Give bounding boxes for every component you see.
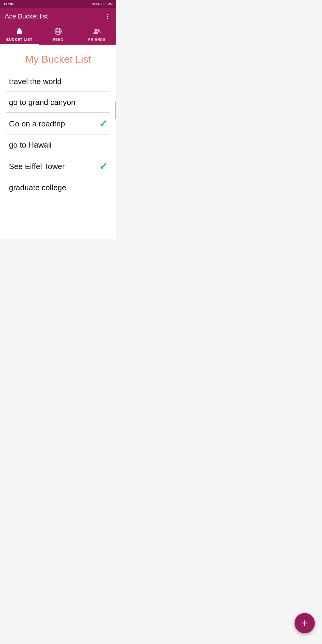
bucket-list-item[interactable]: go to Hawaii <box>6 134 110 155</box>
tab-feed[interactable]: FEED <box>39 24 78 44</box>
more-options-icon[interactable]: ⋮ <box>104 13 112 20</box>
bucket-item-text: graduate college <box>9 183 66 192</box>
tab-bucket-list-label: BUCKET LIST <box>6 38 32 42</box>
status-bar: 43 100 100% 2:11 PM <box>0 0 116 8</box>
completed-check-icon: ✓ <box>99 161 107 171</box>
scroll-indicator <box>115 101 116 119</box>
status-left: 43 100 <box>4 2 14 6</box>
tab-feed-label: FEED <box>53 38 63 42</box>
status-right: 100% 2:11 PM <box>91 2 113 6</box>
tab-friends-label: FRIENDS <box>88 38 106 42</box>
tab-bucket-list[interactable]: BUCKET LIST <box>0 24 39 45</box>
completed-check-icon: ✓ <box>99 119 107 129</box>
feed-icon <box>54 27 62 36</box>
app-title: Ace Bucket list <box>5 13 48 20</box>
bucket-item-text: go to grand canyon <box>9 98 75 107</box>
bucket-item-text: travel the world <box>9 77 61 86</box>
app-header: Ace Bucket list ⋮ <box>0 8 116 24</box>
tab-friends[interactable]: FRIENDS <box>78 24 116 44</box>
bucket-list-item[interactable]: See Eiffel Tower✓ <box>6 155 110 177</box>
bucket-list-item[interactable]: go to grand canyon <box>6 92 110 113</box>
bucket-list: travel the worldgo to grand canyonGo on … <box>0 71 116 198</box>
svg-point-8 <box>95 29 97 31</box>
svg-rect-0 <box>17 30 22 34</box>
main-content: My Bucket List travel the worldgo to gra… <box>0 45 116 239</box>
svg-rect-2 <box>18 28 20 30</box>
friends-icon <box>93 27 101 36</box>
page-heading: My Bucket List <box>0 45 116 71</box>
tab-bar: BUCKET LIST FEED FRIENDS <box>0 24 116 45</box>
bucket-list-item[interactable]: travel the world <box>6 71 110 92</box>
bucket-list-item[interactable]: Go on a roadtrip✓ <box>6 113 110 134</box>
bucket-item-text: See Eiffel Tower <box>9 162 65 171</box>
bucket-item-text: Go on a roadtrip <box>9 119 65 129</box>
svg-point-9 <box>97 29 100 31</box>
bucket-list-item[interactable]: graduate college <box>6 177 110 198</box>
bucket-item-text: go to Hawaii <box>9 140 52 150</box>
bucket-list-icon <box>16 27 23 36</box>
